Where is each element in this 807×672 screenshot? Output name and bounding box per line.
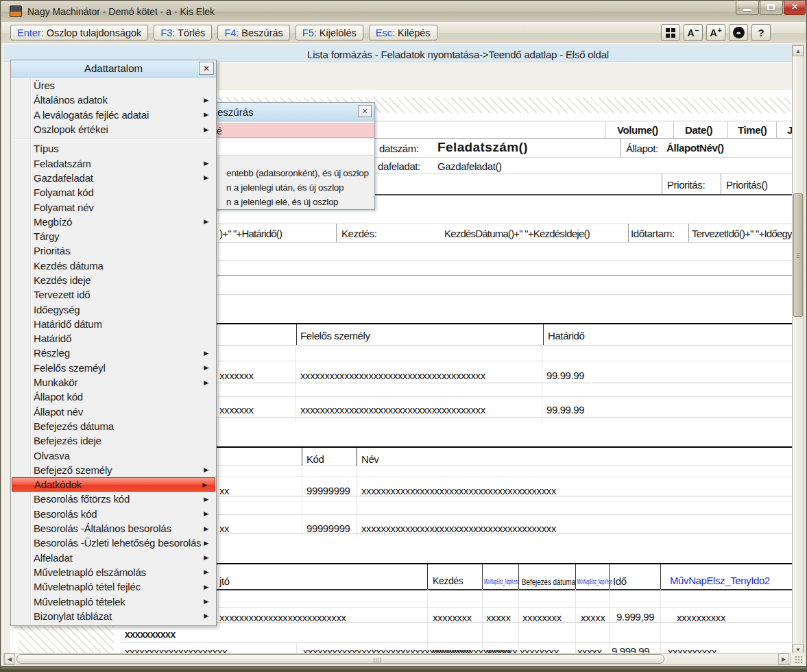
cell[interactable]: xxxxxxxxxxxxxxxxxxxxxxxxxxxxxxxxxxxxxx [300,405,485,416]
field-allapotnev[interactable]: ÁllapotNév() [666,143,724,154]
menu-item[interactable]: Olvasva [11,448,216,462]
menu-item[interactable]: Besorolás főtörzs kód ▶ [11,492,216,506]
menu-item[interactable]: Állapot név [11,405,216,419]
field-date[interactable]: Date() [685,125,712,136]
cell[interactable]: xxxxxxxxxxxxxxxxxxxxxxxxxxxxxxxxxxxxxxxx [361,523,556,534]
label-prioritas[interactable]: Prioritás: [667,180,705,191]
column-header-nev[interactable]: Név [361,454,378,465]
cell[interactable]: xxxxxxxx [522,612,562,623]
column-header-kezdes[interactable]: Kezdés [433,576,463,586]
help-button[interactable]: ? [751,24,771,41]
menu-item[interactable]: Besorolás -Üzleti lehetőség besorolás ▶ [11,536,216,550]
field-volume[interactable]: Volume() [617,125,658,136]
menu-item[interactable]: Befejezés ideje [11,433,216,448]
field-time[interactable]: Time() [738,125,767,136]
menu-item[interactable]: Prioritás [11,243,216,258]
column-header-kod[interactable]: Kód [306,454,324,465]
vertical-scrollbar-thumb[interactable] [793,193,803,317]
label-kezdes[interactable]: Kezdés: [341,228,376,239]
field-feladatszam[interactable]: Feladatszám() [437,141,528,154]
cell[interactable]: xxxxxxx [219,405,254,416]
menu-item[interactable]: Tárgy [11,229,216,243]
label-idotartam[interactable]: Időtartam: [631,228,675,239]
menu-item[interactable]: Állapot kód [11,389,216,404]
column-header-vegrehajto[interactable]: jtó [219,576,234,587]
field-kezdes-formula[interactable]: KezdésDátuma()+" "+KezdésIdeje() [444,228,590,239]
cell[interactable]: xxxxxxxxxxxxxxxxxxxxxxxxxxxxxxxxxxxxxx [300,370,485,381]
insert-button[interactable]: F4: Beszúrás [217,25,289,40]
menu-item[interactable]: Műveletnapló elszámolás ▶ [11,565,216,579]
data-content-menu-header[interactable]: Adattartalom ✕ [11,60,216,77]
cell[interactable]: xx [219,485,229,496]
font-increase-button[interactable]: A+ [706,24,725,41]
menu-item[interactable]: Típus [11,141,216,156]
data-content-menu-close-button[interactable]: ✕ [199,62,214,75]
menu-item[interactable]: Határidő [11,331,216,346]
menu-item[interactable]: Feladatszám ▶ [11,156,216,170]
cell[interactable]: xxxxxxx [219,370,254,381]
cell[interactable]: xxxxxxxxxxxxxxxxxxxxxxxxxxxxxxxxxxxxxxxx [361,485,556,496]
menu-item[interactable]: A leválogatás fejléc adatai ▶ [11,108,216,122]
menu-item[interactable]: Folyamat kód [11,185,216,200]
menu-item[interactable]: Megbízó ▶ [11,215,216,229]
menu-item[interactable]: Alfeladat ▶ [11,551,216,565]
menu-item[interactable]: Felelős szeméyl ▶ [11,361,216,375]
column-header-befejezes[interactable]: Befejezés dátuma [522,577,575,587]
resize-corner[interactable] [792,653,804,665]
scroll-up-button[interactable]: ▲ [793,45,804,56]
menu-item[interactable]: Adatkódok ▶ [12,477,215,492]
scroll-left-button[interactable]: ◀ [4,653,15,664]
column-header-ido[interactable]: Idő [613,576,627,587]
column-header-hatarido[interactable]: Határidő [548,331,585,341]
label-feladatszam[interactable]: datszám: [379,143,419,154]
cell[interactable]: xx [219,523,229,534]
column-properties-button[interactable]: Enter: Oszlop tulajdonságok [10,25,148,40]
column-header-tenyido[interactable]: MűvNapElsz_TenyIdo2 [670,575,770,586]
scroll-right-button[interactable]: ▶ [778,653,789,664]
menu-item[interactable]: Besorolás kód ▶ [11,507,216,521]
menu-item[interactable]: Általános adatok ▶ [11,93,216,107]
menu-item[interactable]: Oszlopok értékei ▶ [11,122,216,136]
close-button[interactable]: ✕ [784,1,806,15]
maximize-button[interactable] [760,1,783,15]
delete-button[interactable]: F3: Törlés [154,25,212,40]
font-decrease-button[interactable]: A− [684,24,703,41]
exit-button[interactable]: Esc: Kilépés [369,25,437,40]
menu-item[interactable]: Besorolás -Általános besorolás ▶ [11,521,216,536]
label-gazdafeladat[interactable]: dafeladat: [378,161,420,172]
vertical-scrollbar[interactable]: ▲ ▼ [792,45,804,656]
menu-item[interactable]: Határidő dátum [11,317,216,331]
select-button[interactable]: F5: Kijelölés [296,25,363,40]
cell[interactable]: xxxxx [581,612,605,623]
cell[interactable]: 99999999 [306,523,350,534]
menu-item[interactable]: Kezdés dátuma [11,259,216,273]
minimize-button[interactable] [736,1,759,15]
menu-item[interactable]: Műveletnapló tételek ▶ [11,594,216,608]
menu-item[interactable]: Bizonylat táblázat ▶ [11,609,216,623]
layout-grid-button[interactable] [661,24,680,41]
menu-item[interactable]: Üres [11,78,216,93]
field-gazdafeladat[interactable]: Gazdafeladat() [437,161,502,172]
cell[interactable]: xxxxxxxx [433,612,472,623]
column-header-muvnap-kezd[interactable]: MűvNapElsz_NapKezd [484,578,519,586]
field-clipped[interactable]: Já [787,125,792,136]
field-hatarido-formula[interactable]: )+" "+Határidő() [219,228,282,239]
cell[interactable]: 99999999 [306,485,350,496]
navigate-button[interactable]: ◂▸ [729,24,748,41]
menu-item[interactable]: Folyamat név [11,200,216,214]
horizontal-scrollbar[interactable]: ◀ ▶ [3,653,791,665]
menu-item[interactable]: Részleg ▶ [11,346,216,360]
cell[interactable]: xxxxxxxxxxxxxxxxxxxxxxxxxx [219,612,346,623]
title-bar[interactable]: Nagy Machinátor - Demó kötet - a - Kis E… [1,1,806,23]
menu-item[interactable]: Időegység [11,302,216,316]
cell[interactable]: 9.999,99 [616,612,654,623]
cell-group-header[interactable]: xxxxxxxxxx [125,629,176,640]
column-header-muvnap-vege[interactable]: MűvNapElsz_NapVége [577,578,612,586]
menu-item[interactable]: Befejező személy ▶ [11,463,216,477]
insert-dialog-close-button[interactable]: ✕ [358,105,372,117]
menu-item[interactable]: Munkakör ▶ [11,375,216,389]
menu-item[interactable]: Befejezés dátuma [11,419,216,433]
cell[interactable]: xxxxx [486,612,511,623]
field-prioritas[interactable]: Prioritás() [726,180,768,191]
cell[interactable]: xxxxxxxxxx [677,612,725,623]
